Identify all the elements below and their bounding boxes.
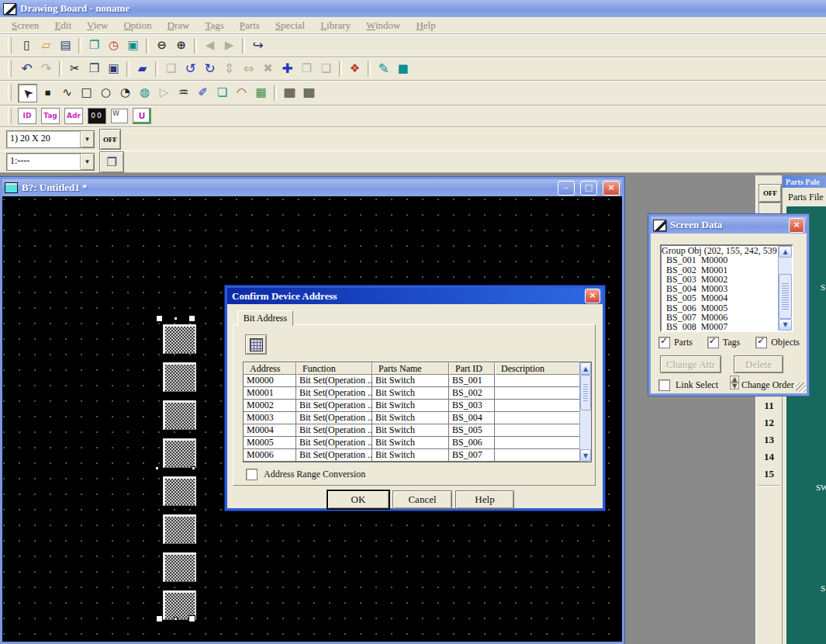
address-cell[interactable]: M0003 [244,412,296,424]
ok-button[interactable]: OK [327,490,389,509]
table-row[interactable]: M0002 Bit Set(Operation ... Bit Switch B… [244,400,579,412]
address-cell[interactable]: M0004 [244,424,296,437]
description-cell[interactable] [495,387,579,400]
part-id-cell[interactable]: BS_003 [449,400,495,412]
menu-item[interactable]: Tags [198,19,230,32]
screen-data-item[interactable]: BS_001 M0000 [662,255,778,265]
menu-item[interactable]: Library [313,19,358,32]
menu-item[interactable]: Parts [233,19,267,32]
w-display-icon[interactable]: W [111,109,128,123]
adr-list-icon[interactable]: Adr [64,108,83,124]
parts-name-cell[interactable]: Bit Switch [372,412,449,424]
dot-tool-icon[interactable]: ■ [39,85,57,102]
part-id-cell[interactable]: BS_005 [449,424,495,437]
grid-size-combobox[interactable]: 1) 20 X 20 ▼ [6,130,95,148]
cut-icon[interactable]: ✂ [66,61,84,78]
rotate-cw-icon[interactable]: ↻ [201,61,219,78]
address-cell[interactable]: M0000 [244,375,296,387]
parts-off-button[interactable]: OFF [759,184,782,203]
rect-tool-icon[interactable]: □ [78,85,95,102]
function-cell[interactable]: Bit Set(Operation ... [296,449,372,462]
screen-select-combobox[interactable]: 1:---- ▼ [6,153,95,171]
table-scrollbar[interactable]: ▲ ▼ [579,362,591,462]
delete-button[interactable]: Delete [734,355,783,373]
close-icon[interactable]: × [585,289,600,303]
link-select-checkbox[interactable]: Link Select [658,379,718,391]
column-header[interactable]: Part ID [449,362,495,375]
load-screen-icon[interactable]: ◠ [233,85,251,102]
description-cell[interactable] [495,449,579,462]
parts-name-cell[interactable]: Bit Switch [372,375,449,387]
zoom-in-icon[interactable]: ⊕ [172,37,190,54]
state-number[interactable]: 11 [756,397,782,414]
parts-name-cell[interactable]: Bit Switch [372,400,449,412]
part-id-cell[interactable]: BS_004 [449,412,495,424]
undo-icon[interactable]: ↶ [18,61,36,78]
function-cell[interactable]: Bit Set(Operation ... [296,424,372,437]
chevron-down-icon[interactable]: ▼ [80,154,94,170]
forward-icon[interactable]: ▶ [220,37,238,54]
save-icon[interactable]: ▤ [57,37,74,54]
filled-square-icon[interactable]: ■ [394,61,412,78]
function-cell[interactable]: Bit Set(Operation ... [296,400,372,412]
convert-screen-button[interactable]: ❐ [99,151,124,173]
simulation-icon[interactable]: ▣ [124,37,142,54]
id-list-icon[interactable]: ID [18,108,36,124]
resize-grip[interactable] [796,383,806,393]
parts-palette-titlebar[interactable]: Parts Pale [783,175,826,188]
change-attr-button[interactable]: Change Attr [660,355,721,373]
address-cell[interactable]: M0001 [244,387,296,400]
parts-file-tab[interactable]: Parts File [783,188,826,206]
column-header[interactable]: Address [244,362,296,375]
zoom-out-icon[interactable]: ⊖ [153,37,171,54]
dialog-titlebar[interactable]: Confirm Device Address × [227,288,603,304]
scroll-up-icon[interactable]: ▲ [580,362,591,375]
open-icon[interactable]: ▱ [37,37,55,54]
scroll-up-icon[interactable]: ▲ [779,246,792,258]
screen-data-item[interactable]: BS_008 M0007 [662,322,778,331]
menu-item[interactable]: Screen [5,19,46,32]
screen-data-titlebar[interactable]: Screen Data × [651,216,807,234]
parts-name-cell[interactable]: Bit Switch [372,437,449,449]
alarm-editor-icon[interactable]: ◷ [105,37,123,54]
new-screen-icon[interactable]: ▯ [18,37,36,54]
rotate-ccw-icon[interactable]: ↺ [181,61,199,78]
part-id-cell[interactable]: BS_002 [449,387,495,400]
description-cell[interactable] [495,412,579,424]
change-order-spinner[interactable]: ▲ ▼ [730,376,739,390]
bring-front-icon[interactable]: ❒ [298,61,316,78]
description-cell[interactable] [495,375,579,387]
selection-handle[interactable] [156,615,163,622]
zero-display-icon[interactable]: 00 [88,108,106,124]
exit-icon[interactable]: ↪ [249,37,267,54]
scrollbar-thumb[interactable] [779,274,792,319]
parts-name-cell[interactable]: Bit Switch [372,424,449,437]
u-display-icon[interactable]: U [133,108,151,124]
part-id-cell[interactable]: BS_007 [449,449,495,462]
tab-bit-address[interactable]: Bit Address [237,310,293,326]
menu-item[interactable]: Help [409,19,442,32]
cancel-button[interactable]: Cancel [392,490,452,509]
column-header[interactable]: Description [495,362,579,375]
off-display-button[interactable]: OFF [99,129,121,150]
menu-item[interactable]: Edit [47,19,78,32]
table-row[interactable]: M0001 Bit Set(Operation ... Bit Switch B… [244,387,579,400]
address-cell[interactable]: M0005 [244,437,296,449]
copy-icon[interactable]: ❐ [85,61,103,78]
scroll-down-icon[interactable]: ▼ [580,449,591,462]
address-cell[interactable]: M0006 [244,449,296,462]
fill-tool-icon[interactable]: ◍ [136,85,154,102]
function-cell[interactable]: Bit Set(Operation ... [296,412,372,424]
function-cell[interactable]: Bit Set(Operation ... [296,437,372,449]
bit-switch-part[interactable] [163,438,196,468]
bit-switch-part[interactable] [163,552,196,582]
select-tool-icon[interactable]: ➤ [18,84,37,102]
scrollbar-thumb[interactable] [580,375,591,410]
bit-switch-part[interactable] [163,514,196,544]
table-row[interactable]: M0003 Bit Set(Operation ... Bit Switch B… [244,412,579,424]
tag-list-icon[interactable]: Tag [41,108,60,124]
address-keypad-button[interactable] [245,334,267,355]
parts-3d-alt-icon[interactable]: ▨ [300,85,318,102]
part-id-cell[interactable]: BS_006 [449,437,495,449]
table-row[interactable]: M0005 Bit Set(Operation ... Bit Switch B… [244,437,579,449]
